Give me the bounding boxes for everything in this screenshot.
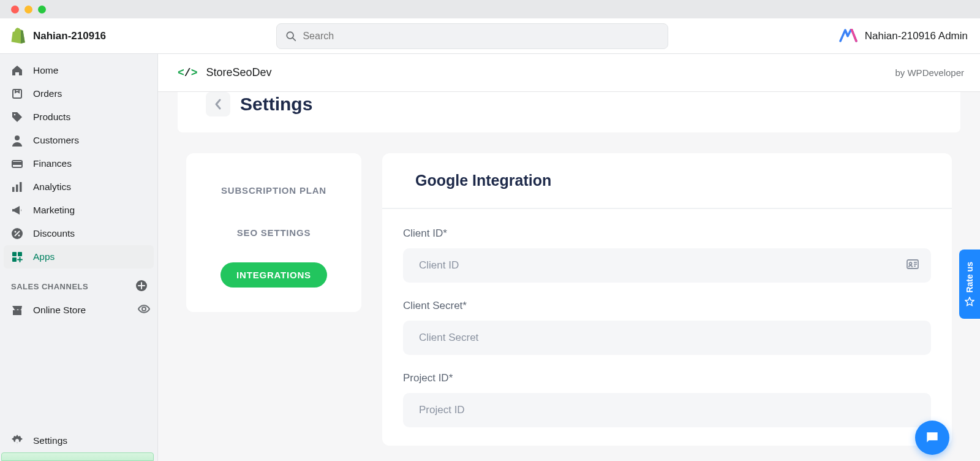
svg-point-4 (15, 135, 20, 140)
sidebar-item-products[interactable]: Products (0, 105, 157, 129)
settings-nav-seo[interactable]: SEO SETTINGS (221, 220, 326, 245)
sidebar-item-label: Analytics (33, 181, 71, 192)
settings-nav-subscription[interactable]: SUBSCRIPTION PLAN (205, 178, 342, 203)
form-card-title: Google Integration (415, 172, 919, 189)
form-group-project-id: Project ID* (403, 372, 931, 427)
marketing-icon (11, 204, 23, 216)
svg-rect-18 (13, 310, 21, 315)
section-label: SALES CHANNELS (11, 282, 88, 291)
settings-nav-integrations[interactable]: INTEGRATIONS (221, 262, 327, 288)
apps-icon (11, 251, 23, 263)
back-button[interactable] (206, 92, 230, 116)
sidebar-item-settings[interactable]: Settings (0, 429, 157, 452)
search-wrap (106, 23, 839, 49)
search-icon (285, 31, 296, 42)
sidebar-item-label: Apps (33, 251, 55, 262)
project-id-input[interactable] (403, 393, 931, 427)
main-content: </> StoreSeoDev by WPDeveloper Settings … (158, 54, 980, 461)
sidebar-item-label: Orders (33, 88, 62, 99)
sidebar-item-marketing[interactable]: Marketing (0, 199, 157, 222)
window-close-icon[interactable] (11, 6, 19, 13)
rate-us-tab[interactable]: Rate us (959, 250, 980, 319)
svg-point-3 (14, 114, 16, 116)
sidebar-item-label: Home (33, 65, 58, 76)
account-area[interactable]: Nahian-210916 Admin (839, 27, 968, 45)
sidebar-item-label: Products (33, 112, 70, 123)
form-label: Client ID* (403, 227, 931, 240)
account-name: Nahian-210916 Admin (865, 30, 968, 42)
gear-icon (11, 435, 23, 447)
customers-icon (11, 134, 23, 147)
svg-point-0 (287, 32, 294, 39)
orders-icon (11, 88, 23, 100)
sidebar-item-label: Discounts (33, 228, 75, 239)
svg-rect-6 (12, 162, 22, 164)
sidebar-item-label: Online Store (33, 305, 86, 316)
id-card-icon (907, 259, 919, 272)
sidebar-item-customers[interactable]: Customers (0, 129, 157, 152)
finances-icon (11, 158, 23, 170)
input-wrap (403, 393, 931, 427)
svg-point-20 (15, 439, 19, 443)
eye-icon[interactable] (138, 303, 150, 318)
sidebar-item-apps[interactable]: Apps (4, 245, 154, 269)
products-icon (11, 111, 23, 123)
svg-rect-15 (18, 252, 22, 256)
sidebar-section-sales-channels: SALES CHANNELS (0, 269, 157, 299)
sidebar-item-home[interactable]: Home (0, 59, 157, 82)
online-store-icon (11, 304, 23, 316)
form-card: Google Integration Client ID* Clien (382, 153, 952, 446)
svg-rect-9 (20, 182, 22, 192)
discounts-icon (11, 227, 23, 240)
sidebar-item-analytics[interactable]: Analytics (0, 175, 157, 199)
chat-bubble-button[interactable] (915, 421, 949, 455)
svg-point-22 (910, 262, 912, 265)
form-group-client-secret: Client Secret* (403, 300, 931, 355)
sidebar: Home Orders Products Customers Finances … (0, 54, 158, 461)
app-logo-icon: </> (178, 67, 197, 79)
page-header: Settings (178, 92, 960, 132)
shopify-logo-icon (10, 27, 26, 45)
window-zoom-icon[interactable] (38, 6, 46, 13)
svg-rect-14 (12, 252, 17, 256)
form-body: Client ID* Client Secret* (382, 209, 952, 446)
sidebar-item-orders[interactable]: Orders (0, 82, 157, 105)
app-bar: </> StoreSeoDev by WPDeveloper (158, 54, 980, 92)
main-layout: Home Orders Products Customers Finances … (0, 54, 980, 461)
page-title: Settings (240, 94, 312, 115)
form-card-header: Google Integration (382, 153, 952, 209)
svg-rect-7 (12, 187, 15, 192)
app-title: StoreSeoDev (206, 66, 271, 79)
input-wrap (403, 248, 931, 283)
sidebar-item-label: Marketing (33, 205, 75, 216)
add-channel-icon[interactable] (135, 280, 148, 294)
settings-nav: SUBSCRIPTION PLAN SEO SETTINGS INTEGRATI… (186, 153, 361, 312)
svg-rect-16 (12, 257, 17, 262)
client-id-input[interactable] (403, 248, 931, 283)
input-wrap (403, 321, 931, 355)
client-secret-input[interactable] (403, 321, 931, 355)
form-group-client-id: Client ID* (403, 227, 931, 283)
analytics-icon (11, 181, 23, 193)
search-box[interactable] (276, 23, 668, 49)
store-name: Nahian-210916 (33, 30, 106, 42)
search-input[interactable] (303, 31, 659, 42)
sidebar-item-online-store[interactable]: Online Store (0, 299, 157, 322)
content-row: SUBSCRIPTION PLAN SEO SETTINGS INTEGRATI… (158, 132, 980, 446)
chat-icon (924, 430, 940, 446)
svg-rect-8 (16, 185, 18, 192)
window-minimize-icon[interactable] (24, 6, 32, 13)
app-by: by WPDeveloper (895, 67, 964, 78)
sidebar-item-label: Finances (33, 158, 72, 169)
sidebar-item-finances[interactable]: Finances (0, 152, 157, 175)
bottom-highlight (1, 452, 154, 461)
star-icon (965, 297, 974, 307)
svg-line-1 (293, 38, 296, 40)
sidebar-item-discounts[interactable]: Discounts (0, 222, 157, 245)
svg-point-12 (18, 235, 20, 237)
form-label: Client Secret* (403, 300, 931, 312)
form-label: Project ID* (403, 372, 931, 384)
home-icon (11, 64, 23, 77)
top-header: Nahian-210916 Nahian-210916 Admin (0, 18, 980, 54)
sidebar-item-label: Customers (33, 135, 79, 146)
